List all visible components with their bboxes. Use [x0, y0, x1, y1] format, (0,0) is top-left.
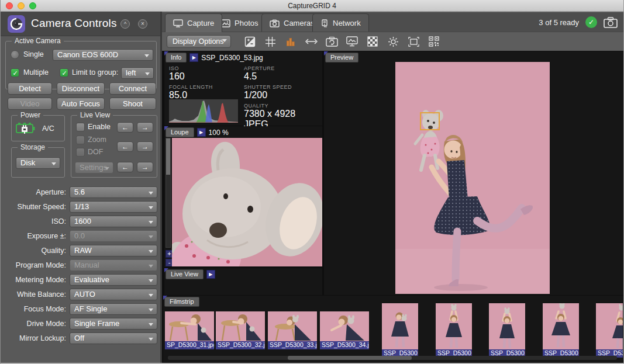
step-prev-button[interactable]: ← [117, 162, 133, 172]
filmstrip-panel: Filmstrip SP_D5300_31.jpg SSP_D5300_32.j… [163, 296, 623, 362]
program-mode-select[interactable]: Manual [70, 259, 157, 271]
camera-rotate-icon[interactable] [325, 35, 338, 48]
close-window-button[interactable] [6, 2, 13, 9]
single-radio[interactable] [11, 50, 19, 59]
minimize-window-button[interactable] [18, 2, 25, 9]
step-next-button[interactable]: → [137, 162, 153, 172]
drive-mode-label: Drive Mode: [1, 318, 66, 330]
thumbnail-filename: SSP_D5300_32.jpg [216, 341, 265, 349]
filmstrip-thumbnail[interactable]: SSP_D5300_3 [382, 303, 418, 358]
camera-select[interactable]: Canon EOS 600D [53, 49, 153, 61]
focus-near-button[interactable]: ← [117, 141, 133, 152]
live-view-enable-checkbox[interactable] [76, 123, 85, 131]
live-view-play-icon[interactable]: ▶ [206, 270, 215, 279]
grid-overlay-icon[interactable] [264, 35, 277, 48]
multiple-checkbox[interactable] [11, 68, 19, 77]
camera-status: 3 of 5 ready ✓ [539, 12, 618, 32]
checkerboard-icon[interactable] [366, 35, 379, 48]
loupe-panel: Loupe ▶ 100 % + - [164, 126, 322, 267]
live-view-prev-button[interactable]: ← [117, 122, 133, 133]
group-select[interactable]: left [121, 67, 154, 79]
filmstrip-thumbnail[interactable]: SSP_D5300_34.jpg [320, 311, 369, 349]
video-button[interactable]: Video [8, 98, 52, 110]
live-view-zoom-checkbox[interactable] [76, 136, 85, 144]
tab-capture-label: Capture [187, 19, 214, 27]
shutter-field-label: SHUTTER SPEED [244, 84, 295, 90]
live-view-settings-button[interactable]: Settings [75, 162, 113, 174]
display-toolbar: Display Options [162, 32, 623, 51]
fit-width-icon[interactable] [305, 35, 318, 48]
power-group-label: Power [18, 111, 43, 119]
preview-image[interactable] [395, 62, 550, 294]
active-camera-group-label: Active Camera [12, 37, 64, 45]
disconnect-button[interactable]: Disconnect [57, 82, 105, 95]
live-view-dof-checkbox[interactable] [76, 148, 85, 157]
storage-group-label: Storage [18, 143, 48, 151]
iso-select[interactable]: 1600 [70, 216, 157, 227]
panel-close-icon[interactable]: × [138, 19, 147, 29]
qr-code-icon[interactable] [428, 35, 440, 48]
focus-mode-select[interactable]: AF Single [70, 303, 157, 315]
loupe-panel-tag[interactable]: Loupe [166, 127, 194, 137]
quality-field-label: QUALITY [244, 103, 295, 109]
detect-button[interactable]: Detect [8, 82, 52, 95]
auto-focus-button[interactable]: Auto Focus [57, 98, 105, 110]
rgb-histogram [169, 99, 238, 123]
filmstrip-thumbnail[interactable]: SSP_D5300_33.jpg [268, 311, 317, 349]
quality-select[interactable]: RAW [70, 245, 157, 256]
shoot-button[interactable]: Shoot [109, 98, 156, 110]
preview-panel: Preview [324, 51, 623, 295]
filmstrip-thumbnail[interactable]: SP_D5300_31.jpg [165, 311, 214, 349]
exposure-select[interactable]: 0.0 [70, 230, 157, 242]
limit-to-group-checkbox[interactable] [60, 68, 68, 77]
filmstrip-thumbnail[interactable]: SSP_D5300_3 [543, 303, 579, 358]
mirror-lockup-select[interactable]: Off [70, 332, 157, 344]
filmstrip-horizontal-scrollbar[interactable] [168, 356, 617, 360]
filmstrip-thumbnail[interactable]: SSP_D53 [596, 303, 623, 358]
zoom-window-button[interactable] [29, 2, 36, 9]
loupe-play-icon[interactable]: ▶ [197, 128, 206, 137]
panel-collapse-icon[interactable]: ^ [120, 19, 130, 29]
filmstrip-panel-tag[interactable]: Filmstrip [164, 297, 199, 307]
filmstrip-thumbnail[interactable]: SSP_D5300_3 [436, 303, 472, 358]
metering-mode-label: Metering Mode: [1, 274, 66, 286]
shutter-speed-select[interactable]: 1/13 [70, 201, 157, 213]
live-view-next-button[interactable]: → [137, 122, 153, 133]
titlebar: CaptureGRID 4 [1, 0, 623, 12]
tab-capture[interactable]: Capture [165, 13, 222, 32]
shutter-speed-label: Shutter Speed: [1, 201, 66, 213]
power-group: Power A/C [11, 115, 65, 141]
aperture-select[interactable]: 5.6 [70, 186, 157, 198]
live-view-panel-tag[interactable]: Live View [166, 269, 204, 279]
display-options-button[interactable]: Display Options [167, 35, 231, 48]
focus-far-button[interactable]: → [137, 141, 153, 152]
exposure-warning-icon[interactable] [243, 35, 256, 48]
crop-frame-icon[interactable] [407, 35, 420, 48]
tab-network[interactable]: Network [312, 13, 369, 32]
info-play-icon[interactable]: ▶ [189, 53, 198, 62]
filmstrip-thumbnail[interactable]: SSP_D5300_3 [489, 303, 525, 358]
battery-ac-icon [16, 122, 36, 137]
exposure-label: Exposure ±: [1, 230, 66, 242]
preview-screen-icon[interactable] [346, 35, 358, 48]
filmstrip-thumbnail[interactable]: SSP_D5300_32.jpg [216, 311, 265, 349]
white-balance-select[interactable]: AUTO [70, 289, 157, 300]
shoot-all-button[interactable] [604, 17, 618, 28]
storage-select[interactable]: Disk [16, 157, 60, 169]
histogram-toggle-icon[interactable] [284, 35, 297, 48]
aperture-label: Aperture: [1, 186, 66, 199]
thumbnail-filename: SP_D5300_31.jpg [165, 341, 214, 349]
live-view-panel: Live View ▶ [164, 268, 322, 295]
connect-button[interactable]: Connect [109, 82, 156, 95]
loupe-image[interactable] [172, 138, 322, 266]
power-mode-label: A/C [42, 124, 54, 133]
resolution-value: 7380 x 4928 [244, 109, 295, 119]
brightness-icon[interactable] [387, 35, 399, 48]
metering-mode-select[interactable]: Evaluative [70, 274, 157, 286]
info-panel-tag[interactable]: Info [166, 53, 187, 63]
loupe-vertical-scrollbar[interactable] [166, 138, 171, 248]
network-icon [320, 19, 329, 27]
drive-mode-select[interactable]: Single Frame [70, 318, 157, 330]
tab-cameras-label: Cameras [284, 19, 315, 27]
preview-panel-tag[interactable]: Preview [325, 53, 358, 63]
